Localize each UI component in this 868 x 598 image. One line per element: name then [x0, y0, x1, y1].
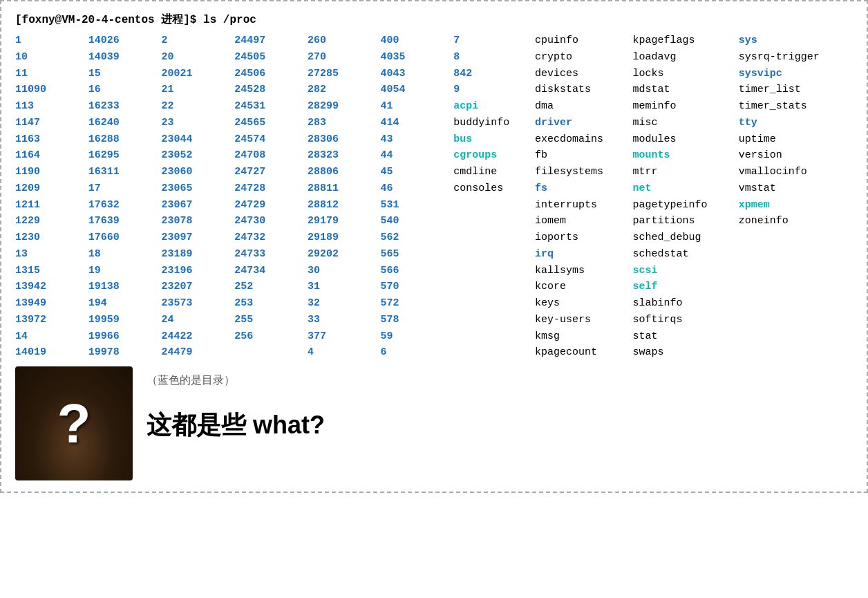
ls-output: 1140262244972604007cpuinfokpageflagssys1… [15, 32, 853, 361]
table-row: 1014039202450527040358cryptoloadavgsysrq… [15, 49, 853, 66]
table-cell: 23044 [161, 131, 234, 148]
table-cell: 23052 [161, 147, 234, 164]
table-cell: 282 [308, 82, 381, 98]
table-cell: 566 [381, 263, 454, 279]
table-cell: 24729 [234, 197, 308, 214]
table-cell: cpuinfo [535, 32, 632, 49]
table-cell: 19138 [88, 279, 162, 295]
table-row: 139491942357325332572keysslabinfo [15, 295, 853, 312]
table-cell: 283 [308, 115, 381, 131]
table-cell [453, 197, 535, 214]
terminal-window: [foxny@VM-20-4-centos 进程]$ ls /proc 1140… [1, 1, 867, 492]
table-cell: sys [739, 32, 853, 49]
table-cell: 59 [381, 328, 454, 345]
table-cell: 23065 [161, 180, 234, 197]
question-mark-icon: ? [57, 392, 91, 456]
table-cell: 24506 [234, 66, 308, 82]
table-cell: 540 [381, 213, 454, 230]
table-cell: vmallocinfo [739, 164, 853, 180]
table-cell [234, 344, 308, 361]
table-cell: 253 [234, 295, 308, 312]
table-cell: 28812 [308, 197, 381, 214]
table-cell: kpageflags [632, 32, 738, 49]
table-cell: 1 [15, 32, 88, 49]
table-cell: kmsg [535, 328, 632, 345]
what-heading: 这都是些 what? [147, 409, 325, 442]
table-cell: bus [453, 131, 535, 148]
table-cell: 28811 [308, 180, 381, 197]
table-cell: 24708 [234, 147, 308, 164]
table-cell: 7 [453, 32, 535, 49]
table-cell: 28806 [308, 164, 381, 180]
table-cell: xpmem [739, 197, 853, 214]
table-cell: keys [535, 295, 632, 312]
table-cell: 29179 [308, 213, 381, 230]
table-cell: sched_debug [632, 230, 738, 246]
table-cell: 10 [15, 49, 88, 66]
table-cell: 24727 [234, 164, 308, 180]
table-cell [739, 328, 853, 345]
table-cell: pagetypeinfo [632, 197, 738, 214]
table-cell: 572 [381, 295, 454, 312]
table-cell: 14019 [15, 344, 88, 361]
table-cell [739, 295, 853, 312]
table-row: 1147162402324565283414buddyinfodrivermis… [15, 115, 853, 131]
table-cell: 44 [381, 147, 454, 164]
table-cell: 32 [308, 295, 381, 312]
table-cell: 1315 [15, 263, 88, 279]
table-cell [739, 246, 853, 263]
table-cell: softirqs [632, 312, 738, 328]
table-cell: 1230 [15, 230, 88, 246]
table-row: 1140262244972604007cpuinfokpageflagssys [15, 32, 853, 49]
table-cell: 1211 [15, 197, 88, 214]
table-cell: 29189 [308, 230, 381, 246]
table-cell: 414 [381, 115, 454, 131]
table-cell: 24732 [234, 230, 308, 246]
table-cell: 13949 [15, 295, 88, 312]
table-cell: 194 [88, 295, 162, 312]
table-cell: 4043 [381, 66, 454, 82]
table-row: 11631628823044245742830643busexecdomains… [15, 131, 853, 148]
table-cell: 11 [15, 66, 88, 82]
table-cell [453, 312, 535, 328]
table-cell: 20 [161, 49, 234, 66]
table-cell: 255 [234, 312, 308, 328]
table-row: 14019199782447946kpagecountswaps [15, 344, 853, 361]
table-cell [453, 213, 535, 230]
table-cell: 24497 [234, 32, 308, 49]
table-cell: vmstat [739, 180, 853, 197]
table-cell: 842 [453, 66, 535, 82]
table-cell: 1229 [15, 213, 88, 230]
table-cell: diskstats [535, 82, 632, 98]
table-cell: 13942 [15, 279, 88, 295]
table-cell: 24505 [234, 49, 308, 66]
table-cell: scsi [632, 263, 738, 279]
table-cell: 4 [308, 344, 381, 361]
table-cell [453, 263, 535, 279]
table-cell: crypto [535, 49, 632, 66]
ls-table: 1140262244972604007cpuinfokpageflagssys1… [15, 32, 853, 361]
table-row: 1318231892473329202565irqschedstat [15, 246, 853, 263]
table-cell: 28299 [308, 98, 381, 115]
table-cell: 18 [88, 246, 162, 263]
table-cell: 16288 [88, 131, 162, 148]
table-row: 14199662442225637759kmsgstat [15, 328, 853, 345]
table-row: 13972199592425533578key-userssoftirqs [15, 312, 853, 328]
table-cell: 113 [15, 98, 88, 115]
table-cell [453, 344, 535, 361]
table-cell: 24479 [161, 344, 234, 361]
table-cell: 16 [88, 82, 162, 98]
table-cell: 13972 [15, 312, 88, 328]
table-cell: 23207 [161, 279, 234, 295]
table-cell [453, 295, 535, 312]
table-cell: kallsyms [535, 263, 632, 279]
table-cell: filesystems [535, 164, 632, 180]
table-cell: 9 [453, 82, 535, 98]
table-row: 1131623322245312829941acpidmameminfotime… [15, 98, 853, 115]
table-cell: 377 [308, 328, 381, 345]
table-cell: 14039 [88, 49, 162, 66]
table-cell: fb [535, 147, 632, 164]
table-cell: timer_list [739, 82, 853, 98]
table-cell: uptime [739, 131, 853, 148]
table-cell [739, 279, 853, 295]
